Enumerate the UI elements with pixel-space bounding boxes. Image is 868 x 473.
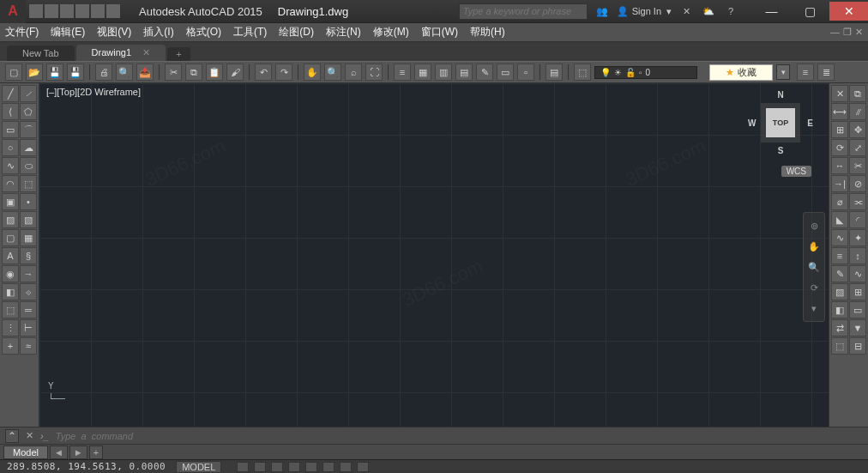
coordinates-readout[interactable]: 289.8508, 194.5613, 0.0000 [7, 461, 166, 472]
maximize-button[interactable]: ▢ [791, 2, 829, 21]
nav-pan-icon[interactable]: ✋ [806, 239, 822, 254]
make-block-icon[interactable]: ▣ [2, 193, 19, 210]
close-button[interactable]: ✕ [829, 2, 868, 21]
osnap-toggle-icon[interactable] [305, 462, 317, 472]
otrack-toggle-icon[interactable] [322, 462, 335, 472]
lwt-toggle-icon[interactable] [340, 462, 352, 472]
quickcalc-icon[interactable]: ▭ [497, 64, 514, 81]
chamfer-tool-icon[interactable]: ◣ [831, 211, 848, 228]
fillet-tool-icon[interactable]: ◜ [849, 211, 866, 228]
insert-block-icon[interactable]: ⬚ [20, 175, 37, 192]
align-tool-icon[interactable]: ≡ [831, 247, 848, 264]
lengthen-tool-icon[interactable]: ↕ [849, 247, 866, 264]
mdi-close-icon[interactable]: ✕ [855, 27, 863, 38]
layer-manager-icon[interactable]: ⬚ [574, 64, 591, 81]
stretch-tool-icon[interactable]: ↔ [831, 157, 848, 174]
zoom-window-icon[interactable]: ⌕ [345, 64, 362, 81]
snap-toggle-icon[interactable] [254, 462, 266, 472]
menu-help[interactable]: 帮助(H) [470, 25, 505, 39]
command-input[interactable] [56, 431, 313, 441]
ellipse-arc-icon[interactable]: ◠ [2, 175, 19, 192]
hatch-tool-icon[interactable]: ▨ [2, 211, 19, 228]
minimize-button[interactable]: — [752, 2, 791, 21]
model-space-toggle[interactable]: MODEL [176, 461, 221, 473]
publish-icon[interactable]: 📤 [136, 64, 154, 81]
mdi-minimize-icon[interactable]: — [830, 27, 840, 38]
group-tool-icon[interactable]: ⬚ [831, 337, 848, 355]
undo-icon[interactable]: ↶ [255, 64, 272, 81]
menu-file[interactable]: 文件(F) [5, 25, 39, 39]
change-space-icon[interactable]: ▭ [849, 301, 866, 318]
rectangle-tool-icon[interactable]: ▭ [2, 121, 19, 138]
signin-button[interactable]: 👤 Sign In [617, 6, 672, 17]
nav-orbit-icon[interactable]: ⟳ [806, 280, 822, 295]
boundary-tool-icon[interactable]: ⬚ [2, 301, 19, 318]
command-close-icon[interactable]: ✕ [26, 430, 33, 441]
extend-tool-icon[interactable]: →| [831, 175, 848, 192]
help-icon[interactable]: ? [723, 3, 738, 19]
ortho-toggle-icon[interactable] [271, 462, 283, 472]
design-center-icon[interactable]: ▦ [414, 64, 431, 81]
favorite-box[interactable]: ★ 收藏 [709, 64, 773, 81]
rotate-tool-icon[interactable]: ⟳ [831, 139, 848, 156]
donut-tool-icon[interactable]: ◉ [2, 265, 19, 282]
menu-edit[interactable]: 编辑(E) [51, 25, 85, 39]
tab-add-button[interactable]: + [167, 47, 190, 61]
nav-showmotion-icon[interactable]: ▾ [806, 300, 822, 316]
draworder-tool-icon[interactable]: ▼ [849, 319, 866, 337]
measure-tool-icon[interactable]: ⊢ [20, 319, 37, 337]
preview-icon[interactable]: 🔍 [116, 64, 133, 81]
qat-save-icon[interactable] [60, 4, 74, 18]
join-tool-icon[interactable]: ⫘ [849, 193, 866, 210]
qat-redo-icon[interactable] [91, 4, 105, 18]
qat-undo-icon[interactable] [75, 4, 89, 18]
tab-close-icon[interactable]: ✕ [142, 47, 150, 58]
edit-array-icon[interactable]: ⊞ [849, 283, 866, 300]
erase-tool-icon[interactable]: ✕ [831, 85, 848, 102]
command-history-icon[interactable]: ⌃ [5, 429, 19, 443]
signin-dropdown-icon[interactable] [665, 6, 672, 17]
construction-line-icon[interactable]: ⟋ [20, 85, 37, 102]
plot-icon[interactable]: 🖨 [95, 64, 112, 81]
line-tool-icon[interactable]: ╱ [2, 85, 19, 102]
nav-zoom-icon[interactable]: 🔍 [806, 259, 822, 275]
set-bylayer-icon[interactable]: ◧ [831, 301, 848, 318]
tab-model[interactable]: Model [3, 446, 48, 459]
paste-icon[interactable]: 📋 [206, 64, 223, 81]
3dpoly-tool-icon[interactable]: ⟐ [20, 283, 37, 300]
layout-add-icon[interactable]: + [89, 446, 103, 459]
cloud-icon[interactable]: ⛅ [701, 3, 716, 19]
ungroup-tool-icon[interactable]: ⊟ [849, 337, 866, 355]
menu-format[interactable]: 格式(O) [186, 25, 221, 39]
polar-toggle-icon[interactable] [288, 462, 300, 472]
ray-tool-icon[interactable]: → [20, 265, 37, 282]
search-people-icon[interactable]: 👥 [594, 3, 610, 19]
qat-open-icon[interactable] [45, 4, 58, 18]
properties-icon[interactable]: ≡ [394, 64, 411, 81]
layout-next-icon[interactable]: ► [69, 446, 87, 459]
ellipse-tool-icon[interactable]: ⬭ [20, 157, 37, 174]
scale-tool-icon[interactable]: ⤢ [849, 139, 866, 156]
trim-tool-icon[interactable]: ✂ [849, 157, 866, 174]
divide-tool-icon[interactable]: ⋮ [2, 319, 19, 337]
mdi-restore-icon[interactable]: ❐ [843, 27, 852, 38]
arc-tool-icon[interactable]: ⌒ [20, 121, 37, 138]
polygon-tool-icon[interactable]: ⬠ [20, 103, 37, 120]
addselected-icon[interactable]: + [2, 337, 19, 355]
match-icon[interactable]: 🖌 [226, 64, 244, 81]
tab-drawing1[interactable]: Drawing1 ✕ [76, 45, 166, 61]
nav-wheel-icon[interactable]: ⊚ [806, 218, 822, 233]
new-icon[interactable]: ▢ [5, 64, 22, 81]
pan-icon[interactable]: ✋ [304, 64, 321, 81]
viewport[interactable]: [–][Top][2D Wireframe] N S E W TOP WCS ⊚… [39, 83, 829, 427]
array-tool-icon[interactable]: ⊞ [831, 121, 848, 138]
point-tool-icon[interactable]: • [20, 193, 37, 210]
menu-modify[interactable]: 修改(M) [373, 25, 409, 39]
break-tool-icon[interactable]: ⌀ [831, 193, 848, 210]
transparency-toggle-icon[interactable] [357, 462, 369, 472]
move-tool-icon[interactable]: ✥ [849, 121, 866, 138]
mirror-tool-icon[interactable]: ⟷ [831, 103, 848, 120]
cut-icon[interactable]: ✂ [165, 64, 182, 81]
selectsimilar-icon[interactable]: ≈ [20, 337, 37, 355]
table-tool-icon[interactable]: ▦ [20, 229, 37, 246]
